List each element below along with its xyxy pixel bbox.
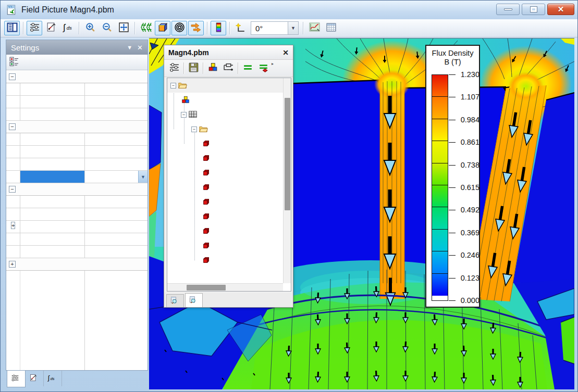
property-row-range[interactable]: +: [6, 221, 147, 233]
save-button[interactable]: [186, 61, 201, 75]
vector-plot-button[interactable]: [188, 21, 204, 35]
property-row-scale-factor[interactable]: ▼: [6, 171, 147, 183]
property-value[interactable]: ▼: [84, 171, 147, 183]
legend-tick-mark: [449, 97, 456, 97]
tree-item-coil-t-[interactable]: [167, 224, 283, 238]
tree-item-cobalt-alloy[interactable]: [167, 151, 283, 166]
field-settings-button[interactable]: [27, 21, 42, 35]
tree-item-coil-s-[interactable]: [167, 195, 283, 209]
shaded-plot-button[interactable]: [155, 21, 170, 35]
collapse-icon[interactable]: −: [9, 186, 16, 193]
project-window-titlebar[interactable]: Magn4.pbm ✕: [164, 45, 293, 60]
legend-tick-label: 0.984: [456, 116, 479, 124]
graph-view-button[interactable]: [306, 21, 322, 35]
rotation-combo[interactable]: 0°▼: [251, 21, 299, 35]
project-window-close-icon[interactable]: ✕: [282, 48, 289, 57]
tree-item-data-magn4-dms[interactable]: −: [167, 107, 283, 122]
contour-plot-button[interactable]: [171, 21, 187, 35]
tree-item-magn4-pbm---nonlir[interactable]: −: [167, 78, 283, 93]
zoom-extents-button[interactable]: [116, 21, 131, 35]
document-tab-ex8p7m[interactable]: [166, 294, 184, 307]
zoom-in-button[interactable]: [82, 21, 98, 35]
tree-vertical-scrollbar[interactable]: [283, 78, 291, 283]
minimize-button[interactable]: [496, 4, 520, 15]
chevron-down-icon[interactable]: ▼: [288, 21, 299, 35]
property-value[interactable]: [84, 233, 147, 245]
tree-item-magnet[interactable]: [167, 253, 283, 268]
tree-horizontal-scrollbar[interactable]: [167, 283, 283, 291]
property-row-base-wb-m[interactable]: [6, 108, 147, 121]
group-row-finite-element-mesh[interactable]: +: [6, 258, 147, 271]
colormap-icon: [213, 22, 224, 35]
collapse-icon[interactable]: −: [9, 123, 16, 130]
group-row-field-lines[interactable]: −: [6, 71, 147, 83]
property-row-show[interactable]: [6, 196, 147, 208]
panel-pin-chevron-icon[interactable]: ▼: [127, 44, 132, 50]
field-lines-marker-button[interactable]: [255, 61, 271, 75]
table-view-button[interactable]: [323, 21, 339, 35]
property-row-cell-mm[interactable]: [6, 158, 147, 171]
dropdown-button[interactable]: ▼: [138, 171, 147, 183]
group-row-color-map[interactable]: −: [6, 183, 147, 196]
legend-color-segment: [432, 163, 448, 185]
collapse-icon[interactable]: −: [170, 83, 176, 88]
property-value[interactable]: [84, 158, 147, 170]
collapse-icon[interactable]: −: [9, 73, 16, 80]
group-row-vectors[interactable]: −: [6, 121, 147, 133]
tree-item-coil-r-[interactable]: [167, 166, 283, 180]
local-values-probe-button[interactable]: [43, 21, 59, 35]
circuit-view-button[interactable]: [220, 61, 236, 75]
tree-item-geometry-magn4[interactable]: [167, 93, 283, 107]
expand-icon[interactable]: +: [11, 222, 15, 229]
panel-close-icon[interactable]: ✕: [137, 44, 143, 52]
tree-item-coil-r+[interactable]: [167, 180, 283, 195]
geometry-view-button[interactable]: [205, 61, 220, 75]
property-row-quantity[interactable]: [6, 208, 147, 221]
color-map-button[interactable]: [211, 21, 226, 35]
maximize-button[interactable]: [522, 4, 545, 15]
zoomin-icon: [85, 22, 96, 35]
property-value[interactable]: [84, 133, 147, 145]
collapse-icon[interactable]: −: [181, 112, 187, 118]
property-row-show[interactable]: [6, 133, 147, 146]
property-label: [20, 83, 84, 95]
collapse-icon[interactable]: −: [191, 127, 197, 132]
new-field-picture-button[interactable]: [233, 21, 249, 35]
property-value[interactable]: [84, 196, 147, 208]
scrollbar-thumb[interactable]: [187, 285, 226, 290]
property-row-quantity[interactable]: [6, 146, 147, 158]
property-row-show-legend[interactable]: [6, 246, 147, 258]
property-row-step-wb-m[interactable]: [6, 96, 147, 108]
field-lines-equal-button[interactable]: [240, 61, 255, 75]
property-value[interactable]: [84, 208, 147, 220]
tab-settin[interactable]: [7, 371, 26, 387]
tree-item-coil-s+[interactable]: [167, 209, 283, 224]
property-value[interactable]: [84, 146, 147, 158]
rotation-value[interactable]: 0°: [251, 21, 288, 35]
block-label-icon: [202, 256, 211, 265]
toolbar-overflow-icon[interactable]: ▸: [272, 61, 274, 66]
property-value[interactable]: [84, 108, 147, 120]
scrollbar-thumb[interactable]: [285, 98, 290, 210]
property-value[interactable]: [84, 246, 147, 258]
picture-settings-button[interactable]: [166, 61, 182, 75]
tab-integ[interactable]: ∫ds: [44, 371, 62, 386]
tree-item-air[interactable]: [167, 136, 283, 151]
categorized-view-icon[interactable]: [9, 56, 19, 69]
tree-item-block-labels[interactable]: −: [167, 122, 283, 136]
property-value[interactable]: [84, 83, 147, 95]
document-tab-magn4p[interactable]: [185, 293, 203, 307]
property-row-color-grades[interactable]: [6, 233, 147, 246]
mesh-view-button[interactable]: [138, 21, 154, 35]
property-row-show[interactable]: [6, 83, 147, 96]
close-button[interactable]: ✕: [547, 4, 574, 15]
project-window[interactable]: Magn4.pbm ✕ ▸ −−−: [164, 45, 293, 308]
tree-item-coil-t+[interactable]: [167, 238, 283, 253]
property-value[interactable]: [84, 221, 147, 233]
expand-icon[interactable]: +: [9, 261, 16, 268]
property-value[interactable]: [84, 96, 147, 108]
toggle-sidebar-button[interactable]: [4, 21, 20, 35]
integrals-button[interactable]: ∫ds: [60, 21, 76, 35]
tab-local[interactable]: [26, 371, 44, 386]
zoom-out-button[interactable]: [99, 21, 115, 35]
